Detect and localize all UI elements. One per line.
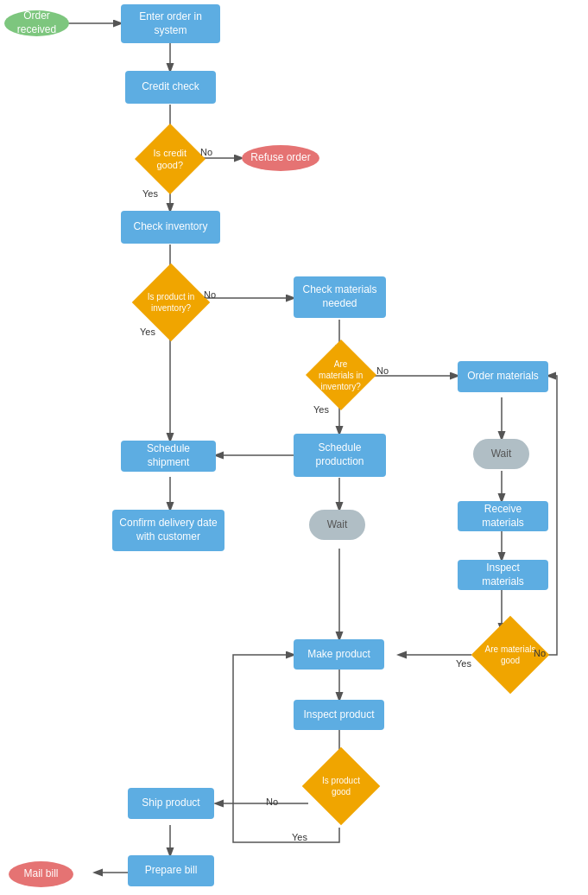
prepare-bill-node: Prepare bill [128, 855, 214, 886]
is-product-in-inventory-node: Is product in inventory? [128, 275, 214, 330]
materials-good-no-label: No [534, 648, 546, 658]
order-materials-node: Order materials [458, 361, 548, 392]
are-materials-in-inventory-node: Are materials in inventory? [302, 350, 380, 400]
materials-good-yes-label: Yes [456, 658, 471, 669]
flowchart: Order received Enter order in system Cre… [0, 0, 588, 895]
is-credit-good-node: Is credit good? [131, 134, 209, 184]
check-inventory-node: Check inventory [121, 211, 220, 244]
credit-no-label: No [200, 147, 212, 157]
inspect-materials-node: Inspect materials [458, 560, 548, 590]
receive-materials-node: Receive materials [458, 501, 548, 531]
product-inv-yes-label: Yes [140, 327, 155, 337]
schedule-production-node: Schedule production [294, 434, 386, 477]
wait1-node: Wait [473, 439, 529, 469]
inspect-product-node: Inspect product [294, 700, 384, 730]
wait2-node: Wait [309, 510, 365, 540]
product-good-yes-label: Yes [292, 832, 307, 842]
confirm-delivery-node: Confirm delivery date with customer [112, 510, 224, 551]
mail-bill-node: Mail bill [9, 861, 73, 887]
refuse-order-node: Refuse order [242, 145, 319, 171]
credit-check-node: Credit check [125, 71, 216, 104]
materials-inv-yes-label: Yes [313, 404, 329, 415]
ship-product-node: Ship product [128, 788, 214, 819]
order-received-node: Order received [4, 10, 69, 36]
make-product-node: Make product [294, 639, 384, 670]
product-inv-no-label: No [204, 289, 216, 300]
schedule-shipment-node: Schedule shipment [121, 441, 216, 472]
check-materials-needed-node: Check materials needed [294, 276, 386, 318]
is-product-good-node: Is product good [302, 759, 380, 814]
materials-inv-no-label: No [376, 365, 389, 376]
product-good-no-label: No [266, 797, 278, 807]
enter-order-node: Enter order in system [121, 4, 220, 43]
credit-yes-label: Yes [142, 188, 158, 199]
